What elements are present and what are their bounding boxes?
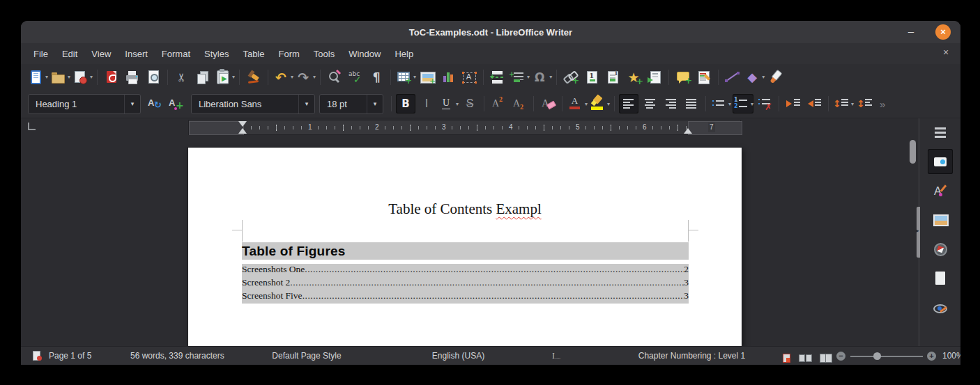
zoom-level[interactable]: 100% bbox=[942, 347, 960, 365]
export-pdf-button[interactable] bbox=[102, 68, 121, 87]
spelling-button[interactable]: abc✓ bbox=[346, 68, 365, 87]
insert-table-button[interactable]: + bbox=[395, 68, 416, 87]
insert-comment-button[interactable]: + bbox=[673, 68, 693, 87]
menu-help[interactable]: Help bbox=[388, 46, 420, 62]
strikethrough-button[interactable]: S bbox=[460, 94, 480, 113]
indent-marker-top[interactable] bbox=[238, 121, 247, 127]
scrollbar-thumb[interactable] bbox=[910, 140, 916, 164]
paragraph-style-combo[interactable]: Heading 1 ▾ bbox=[28, 94, 141, 114]
font-name-combo[interactable]: Liberation Sans ▾ bbox=[191, 94, 315, 114]
menu-insert[interactable]: Insert bbox=[118, 46, 155, 62]
insert-line-button[interactable] bbox=[723, 68, 742, 87]
update-style-button[interactable]: A↻ bbox=[146, 94, 165, 113]
minimize-button[interactable]: – bbox=[903, 25, 919, 39]
right-indent-marker[interactable] bbox=[684, 128, 692, 134]
insert-endnote-button[interactable]: i bbox=[603, 68, 622, 87]
menu-table[interactable]: Table bbox=[236, 46, 271, 62]
print-preview-button[interactable] bbox=[144, 68, 163, 87]
sidebar-page-deck-button[interactable] bbox=[928, 266, 953, 291]
clone-formatting-button[interactable] bbox=[244, 68, 263, 87]
superscript-button[interactable]: A2 bbox=[489, 94, 508, 113]
underline-button[interactable]: U bbox=[438, 94, 459, 113]
align-justify-button[interactable] bbox=[682, 94, 701, 113]
insert-bookmark-button[interactable]: ★+ bbox=[624, 68, 643, 87]
subscript-button[interactable]: A2 bbox=[510, 94, 529, 113]
basic-shapes-button[interactable]: ◆ bbox=[744, 68, 765, 87]
print-button[interactable] bbox=[123, 68, 142, 87]
redo-button[interactable]: ↷ bbox=[295, 68, 316, 87]
chevron-down-icon[interactable]: ▾ bbox=[298, 95, 314, 113]
sidebar-properties-button[interactable] bbox=[928, 149, 953, 174]
bullet-list-button[interactable] bbox=[710, 94, 731, 113]
chevron-down-icon[interactable]: ▾ bbox=[124, 95, 140, 113]
sidebar-navigator-button[interactable] bbox=[928, 237, 953, 262]
increase-indent-button[interactable] bbox=[783, 94, 803, 113]
page-info[interactable]: Page 1 of 5 bbox=[49, 347, 91, 365]
menu-edit[interactable]: Edit bbox=[55, 46, 84, 62]
save-button[interactable] bbox=[72, 68, 93, 87]
cut-button[interactable]: ✂ bbox=[172, 68, 192, 87]
menu-window[interactable]: Window bbox=[342, 46, 388, 62]
horizontal-ruler[interactable]: 1234567 bbox=[188, 120, 741, 135]
align-left-button[interactable] bbox=[619, 94, 638, 113]
insert-footnote-button[interactable]: 1 bbox=[582, 68, 602, 87]
table-of-figures-heading[interactable]: Table of Figures bbox=[242, 242, 689, 260]
copy-button[interactable] bbox=[193, 68, 213, 87]
indent-marker-bottom[interactable] bbox=[238, 128, 247, 134]
menu-file[interactable]: File bbox=[26, 46, 55, 62]
highlight-color-button[interactable] bbox=[589, 94, 610, 113]
document-page[interactable]: Table of Contents Exampl Table of Figure… bbox=[188, 148, 742, 346]
find-and-replace-button[interactable] bbox=[325, 68, 344, 87]
paragraph-spacing-button[interactable]: ↕ bbox=[855, 94, 875, 113]
view-book-button[interactable] bbox=[820, 352, 834, 365]
tof-entry[interactable]: Screenshots One.........................… bbox=[242, 264, 689, 277]
insert-hyperlink-button[interactable]: + bbox=[561, 68, 581, 87]
view-single-page-button[interactable] bbox=[782, 352, 793, 365]
close-document-icon[interactable]: × bbox=[940, 47, 952, 58]
open-folder-button[interactable] bbox=[49, 68, 70, 87]
chevron-down-icon[interactable]: ▾ bbox=[367, 95, 383, 113]
formatting-marks-button[interactable]: ¶ bbox=[367, 68, 386, 87]
sidebar-sidebar-settings-button[interactable] bbox=[928, 127, 953, 139]
outline-position[interactable]: Chapter Numbering : Level 1 bbox=[620, 347, 763, 365]
tof-entry[interactable]: Screenshot Five.........................… bbox=[242, 290, 689, 304]
new-document-button[interactable] bbox=[27, 68, 48, 87]
paste-button[interactable]: ▶ bbox=[214, 68, 235, 87]
line-spacing-button[interactable]: ↕ bbox=[833, 94, 854, 113]
track-changes-button[interactable] bbox=[694, 68, 714, 87]
tof-entry[interactable]: Screenshot 2............................… bbox=[242, 277, 689, 290]
align-right-button[interactable] bbox=[661, 94, 680, 113]
align-center-button[interactable] bbox=[640, 94, 659, 113]
clear-formatting-button[interactable]: A bbox=[538, 94, 558, 113]
sidebar-styles-button[interactable]: A bbox=[928, 178, 953, 203]
modified-status-icon[interactable] bbox=[31, 350, 45, 365]
text-language[interactable]: English (USA) bbox=[401, 347, 516, 365]
table-of-figures-entries[interactable]: Screenshots One.........................… bbox=[242, 264, 689, 304]
menu-format[interactable]: Format bbox=[155, 46, 197, 62]
bold-button[interactable]: B bbox=[396, 94, 415, 113]
numbered-list-button[interactable]: 12 bbox=[733, 94, 753, 113]
zoom-slider-track[interactable] bbox=[850, 356, 923, 357]
menu-form[interactable]: Form bbox=[271, 46, 306, 62]
selection-mode-icon[interactable]: I﹏ bbox=[552, 347, 561, 365]
undo-button[interactable]: ↶ bbox=[273, 68, 293, 87]
zoom-slider-thumb[interactable] bbox=[873, 352, 881, 360]
zoom-out-button[interactable]: − bbox=[836, 352, 845, 361]
word-count[interactable]: 56 words, 339 characters bbox=[130, 347, 224, 365]
no-list-button[interactable]: ✗ bbox=[755, 94, 774, 113]
insert-chart-button[interactable] bbox=[438, 68, 458, 87]
insert-textbox-button[interactable]: A bbox=[459, 68, 479, 87]
insert-field-button[interactable]: + bbox=[509, 68, 530, 87]
font-color-button[interactable]: A bbox=[567, 94, 588, 113]
sidebar-accessibility-check-button[interactable] bbox=[928, 295, 953, 320]
view-multi-page-button[interactable] bbox=[799, 352, 813, 365]
new-style-button[interactable]: A+ bbox=[167, 94, 186, 113]
show-draw-functions-button[interactable] bbox=[766, 68, 786, 87]
menu-tools[interactable]: Tools bbox=[307, 46, 342, 62]
toolbar-overflow-button[interactable]: » bbox=[880, 98, 885, 110]
zoom-in-button[interactable]: + bbox=[927, 352, 936, 361]
titlebar[interactable]: ToC-Examples.odt - LibreOffice Writer – … bbox=[21, 21, 960, 43]
insert-page-break-button[interactable]: + bbox=[488, 68, 507, 87]
decrease-indent-button[interactable] bbox=[804, 94, 824, 113]
sidebar-gallery-button[interactable] bbox=[928, 207, 953, 233]
